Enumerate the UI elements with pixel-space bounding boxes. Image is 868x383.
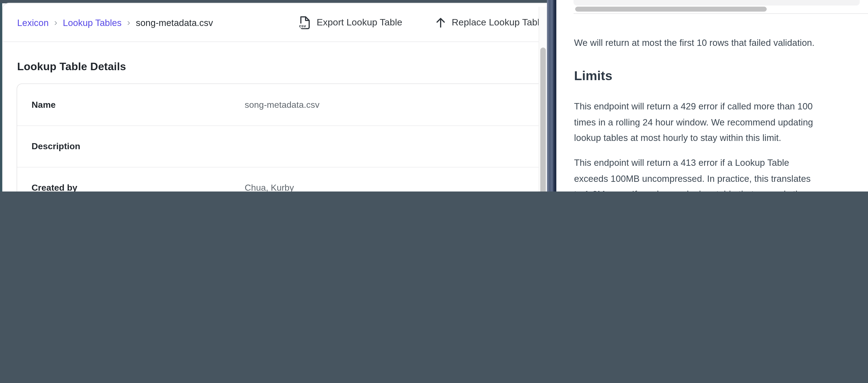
breadcrumb-lexicon[interactable]: Lexicon [17,18,49,28]
limits-paragraph-413: This endpoint will return a 413 error if… [574,155,860,192]
table-row-description: Description [17,126,547,167]
limits-paragraph-429: This endpoint will return a 429 error if… [574,98,860,146]
table-row-created-by: Created by Chua, Kurby [17,167,547,192]
horizontal-scrollbar-track[interactable] [574,0,860,5]
row-label: Created by [32,168,77,192]
vertical-scrollbar-thumb[interactable] [540,47,546,192]
page-title: Lookup Table Details [17,60,126,73]
limits-heading: Limits [574,69,860,83]
breadcrumb: Lexicon › Lookup Tables › song-metadata.… [17,3,213,42]
desktop-left-strip [0,3,2,192]
horizontal-scrollbar-thumb[interactable] [575,7,767,11]
svg-text:csv: csv [299,24,306,28]
arrow-up-icon [435,16,447,29]
chevron-right-icon: › [52,17,60,28]
row-label: Name [32,84,56,126]
export-button-label: Export Lookup Table [317,17,402,28]
api-docs-panel: We will return at most the first 10 rows… [556,0,868,192]
window-gap-background [547,0,556,192]
replace-lookup-table-button[interactable]: Replace Lookup Table [435,3,545,42]
replace-button-label: Replace Lookup Table [452,17,545,28]
lookup-table-details-card: Name song-metadata.csv Description Creat… [17,83,547,192]
docs-intro-text: We will return at most the first 10 rows… [574,35,860,51]
divider [574,13,868,14]
header-bar: Lexicon › Lookup Tables › song-metadata.… [3,3,547,42]
export-lookup-table-button[interactable]: csv Export Lookup Table [297,3,402,42]
breadcrumb-current-file: song-metadata.csv [136,18,213,28]
row-label: Description [32,126,80,167]
row-value: song-metadata.csv [245,84,319,126]
paragraph-text: This endpoint will return a 413 error if… [574,158,811,192]
table-row-name: Name song-metadata.csv [17,84,547,126]
breadcrumb-lookup-tables[interactable]: Lookup Tables [63,18,122,28]
screenshot-root: Lexicon › Lookup Tables › song-metadata.… [0,0,868,192]
csv-file-icon: csv [297,15,312,30]
row-value: Chua, Kurby [245,168,294,192]
lexicon-window: Lexicon › Lookup Tables › song-metadata.… [2,3,547,192]
chevron-right-icon: › [125,17,132,28]
